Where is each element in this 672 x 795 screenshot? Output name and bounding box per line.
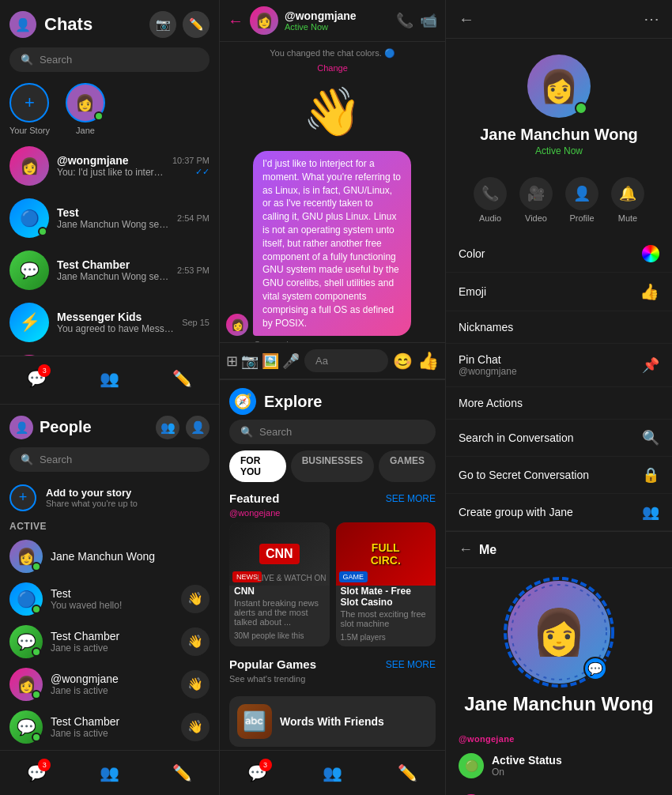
your-story[interactable]: + Your Story	[9, 83, 50, 135]
chat-info: Test Chamber Jane Manchun Wong sent an a…	[57, 258, 169, 282]
nav-chats[interactable]: 💬 3	[21, 363, 52, 394]
add-story-sub: Share what you're up to	[46, 499, 138, 508]
video-icon[interactable]: 📹	[420, 12, 437, 29]
people-item-test-chamber-2[interactable]: 💬 Test Chamber Jane is active 👋	[0, 706, 219, 748]
people-title-text: People	[40, 418, 92, 436]
wave-button[interactable]: 👋	[181, 585, 210, 613]
settings-create-group[interactable]: Create group with Jane 👥	[446, 494, 672, 531]
more-options-button[interactable]: ⋯	[644, 9, 659, 28]
chat-list: 👩 @wongmjane You: I'd just like to inter…	[0, 140, 219, 356]
see-more-games[interactable]: SEE MORE	[386, 659, 436, 670]
nav-compose-3[interactable]: ✏️	[392, 757, 424, 789]
person-info: Test You waved hello!	[51, 587, 122, 611]
add-friend-button[interactable]: 👥	[156, 416, 179, 439]
nav-people[interactable]: 👥	[93, 363, 125, 394]
chat-item-wongmjane-1[interactable]: 👩 @wongmjane You: I'd just like to inter…	[0, 140, 219, 192]
back-button[interactable]: ←	[228, 12, 244, 30]
tab-games[interactable]: GAMES	[379, 450, 436, 482]
words-with-friends-card[interactable]: 🔤 Words With Friends	[229, 696, 436, 747]
person-status: Jane is active	[51, 642, 119, 654]
person-status: You waved hello!	[51, 600, 122, 611]
card-slot[interactable]: FULLCIRC. GAME Slot Mate - Free Slot Cas…	[336, 522, 436, 646]
color-icon	[642, 245, 659, 262]
chat-item-messenger-kids[interactable]: ⚡ Messenger Kids You agreed to have Mess…	[0, 296, 219, 349]
chat-item-wongmjane-2[interactable]: 👩 @wongmjane Jane voted for "1" in the p…	[0, 349, 219, 356]
right-header: ← ⋯	[446, 0, 672, 39]
people-item-test-chamber-1[interactable]: 💬 Test Chamber Jane is active 👋	[0, 620, 219, 663]
card-cnn[interactable]: CNN NEWS LIVE & WATCH ON CNN Instant bre…	[229, 522, 330, 646]
change-link[interactable]: Change	[226, 63, 439, 73]
nav-compose-2[interactable]: ✏️	[167, 757, 198, 789]
chat-item-test[interactable]: 🔵 Test Jane Manchun Wong sent an actio..…	[0, 192, 219, 244]
image-button[interactable]: 🖼️	[262, 352, 279, 370]
popular-games-sub: See what's trending	[220, 674, 445, 690]
find-people-button[interactable]: 👤	[186, 416, 210, 439]
add-to-story[interactable]: + Add to your story Share what you're up…	[0, 478, 219, 518]
explore-search-bar[interactable]: 🔍 Search	[229, 420, 436, 444]
me-back-button[interactable]: ←	[459, 541, 473, 558]
group-icon: 👥	[642, 503, 659, 521]
chats-search-bar[interactable]: 🔍 Search	[9, 47, 210, 72]
settings-nicknames[interactable]: Nicknames	[446, 311, 672, 344]
people-item-jane[interactable]: 👩 Jane Manchun Wong	[0, 535, 219, 578]
nav-chats-2[interactable]: 💬 3	[21, 757, 52, 789]
popular-games-title: Popular Games	[229, 657, 316, 671]
explore-section: 🧭 Explore 🔍 Search FOR YOU BUSINESSES GA…	[220, 379, 445, 795]
people-search-bar[interactable]: 🔍 Search	[9, 447, 210, 472]
people-item-wongmjane[interactable]: 👩 @wongmjane Jane is active 👋	[0, 663, 219, 706]
pin-chat-label: Pin Chat	[459, 353, 517, 366]
emoji-button[interactable]: 😊	[393, 352, 413, 371]
nicknames-label: Nicknames	[459, 321, 513, 333]
tab-businesses[interactable]: BUSINESSES	[291, 450, 374, 482]
chat-name: @wongmjane	[57, 154, 164, 167]
settings-secret-conversation[interactable]: Go to Secret Conversation 🔒	[446, 457, 672, 494]
audio-action[interactable]: 📞 Audio	[474, 177, 507, 223]
profile-status: Active Now	[535, 145, 583, 156]
mute-action[interactable]: 🔔 Mute	[611, 177, 644, 223]
nav-people-2[interactable]: 👥	[93, 757, 125, 789]
person-info: Jane Manchun Wong	[51, 550, 155, 563]
tab-for-you[interactable]: FOR YOU	[229, 450, 286, 482]
nav-people-3[interactable]: 👥	[317, 757, 349, 789]
left-panel: 👤 Chats 📷 ✏️ 🔍 Search + Your Story 👩	[0, 0, 220, 795]
status-active[interactable]: 🟢 Active Status On	[446, 745, 672, 786]
profile-action[interactable]: 👤 Profile	[565, 177, 598, 223]
camera-button[interactable]: 📷	[149, 11, 176, 38]
popular-games-header: Popular Games SEE MORE	[220, 654, 445, 674]
right-panel: ← ⋯ 👩 Jane Manchun Wong Active Now 📞 Aud…	[446, 0, 672, 795]
people-item-test[interactable]: 🔵 Test You waved hello! 👋	[0, 578, 219, 620]
people-avatar: 👤	[9, 416, 33, 439]
phone-icon[interactable]: 📞	[396, 12, 413, 29]
read-receipt: ✓✓	[195, 167, 210, 177]
settings-color[interactable]: Color	[446, 235, 672, 273]
add-story-button[interactable]: +	[9, 83, 49, 122]
wave-button[interactable]: 👋	[181, 627, 210, 656]
person-name: Test	[51, 587, 122, 600]
see-more-featured[interactable]: SEE MORE	[386, 493, 436, 504]
grid-icon[interactable]: ⊞	[226, 352, 238, 370]
right-back-button[interactable]: ←	[459, 10, 474, 28]
lock-icon: 🔒	[642, 466, 659, 484]
video-action[interactable]: 🎥 Video	[519, 177, 553, 223]
camera-button[interactable]: 📷	[241, 352, 259, 370]
mute-icon: 🔔	[611, 177, 644, 210]
jane-story[interactable]: 👩 Jane	[66, 83, 105, 135]
audio-icon: 📞	[474, 177, 507, 210]
like-button[interactable]: 👍	[417, 351, 439, 371]
pin-chat-info: Pin Chat @wongmjane	[459, 353, 517, 377]
person-name: Test Chamber	[51, 630, 119, 642]
wave-button[interactable]: 👋	[181, 713, 210, 741]
mic-button[interactable]: 🎤	[282, 352, 300, 370]
nav-compose[interactable]: ✏️	[167, 363, 198, 394]
chat-input-field[interactable]: Aa	[304, 349, 388, 372]
wave-button[interactable]: 👋	[181, 670, 210, 699]
nav-chats-3[interactable]: 💬 3	[242, 757, 274, 789]
compose-button[interactable]: ✏️	[183, 11, 210, 38]
settings-more-actions[interactable]: More Actions	[446, 387, 672, 420]
status-username[interactable]: @ Username m.me/	[446, 786, 672, 795]
settings-emoji[interactable]: Emoji 👍	[446, 273, 672, 311]
settings-search-conversation[interactable]: Search in Conversation 🔍	[446, 420, 672, 457]
chat-item-test-chamber-1[interactable]: 💬 Test Chamber Jane Manchun Wong sent an…	[0, 244, 219, 296]
person-info: @wongmjane Jane is active	[51, 673, 119, 696]
settings-pin-chat[interactable]: Pin Chat @wongmjane 📌	[446, 344, 672, 387]
